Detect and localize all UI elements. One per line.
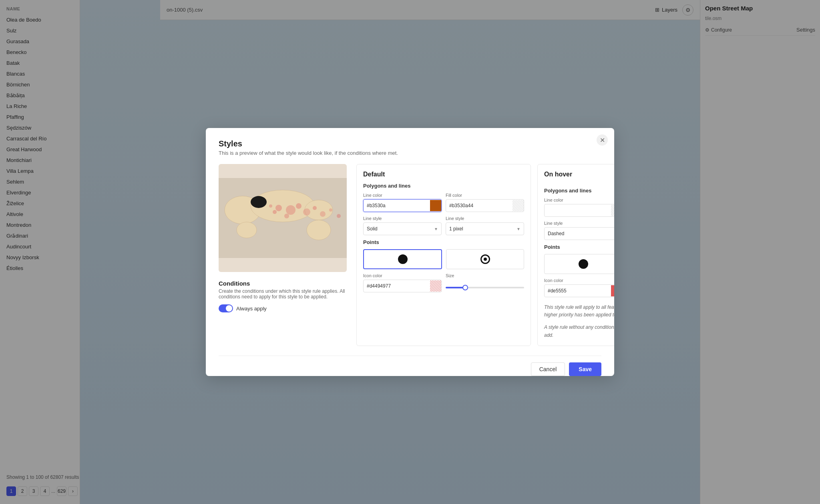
- conditions-description: Create the conditions under which this s…: [219, 288, 347, 300]
- default-line-color-label: Line color: [363, 193, 442, 198]
- default-icon-color-input[interactable]: [363, 280, 442, 292]
- default-slider-track: [446, 287, 524, 288]
- cancel-button[interactable]: Cancel: [531, 362, 565, 376]
- default-points-row: [363, 249, 524, 269]
- default-size-label: Size: [446, 273, 524, 278]
- default-line-style2-group: Line style 1 pixel ▼: [446, 216, 524, 235]
- hover-color-row: Line color Fill color: [544, 198, 614, 217]
- default-fill-color-field[interactable]: [446, 203, 512, 208]
- hover-line-color-group: Line color: [544, 198, 614, 217]
- default-line-style-select[interactable]: Solid ▼: [363, 222, 442, 235]
- default-icon-size-row: Icon color Size: [363, 273, 524, 294]
- svg-point-10: [303, 208, 310, 216]
- hover-points-label: Points: [544, 244, 614, 250]
- default-line-color-input[interactable]: [363, 199, 442, 212]
- hover-line-color-input[interactable]: [544, 204, 614, 217]
- hover-line-color-field[interactable]: [545, 208, 611, 213]
- default-fill-color-input[interactable]: [446, 199, 524, 212]
- hover-line-style-select[interactable]: Dashed ▼: [544, 227, 614, 240]
- default-points-label: Points: [363, 239, 524, 245]
- hover-point-filled-icon: [579, 259, 588, 269]
- default-panel-title: Default: [363, 171, 524, 178]
- svg-point-17: [337, 214, 341, 218]
- default-size-group: Size: [446, 273, 524, 294]
- default-polygons-label: Polygons and lines: [363, 183, 524, 189]
- default-slider-thumb[interactable]: [462, 285, 468, 290]
- modal-description: This is a preview of what the style woul…: [219, 150, 601, 156]
- default-icon-color-group: Icon color: [363, 273, 442, 294]
- svg-point-13: [320, 211, 326, 217]
- map-preview: [219, 164, 347, 272]
- hover-line-style-value: Dashed: [548, 231, 564, 236]
- default-style-panel: Default Polygons and lines Line color: [356, 164, 531, 346]
- point-filled-icon: [398, 254, 408, 264]
- save-button[interactable]: Save: [569, 362, 601, 376]
- default-icon-swatch[interactable]: [430, 280, 441, 292]
- hover-style-panel: On hover Polygons and lines Line color: [537, 164, 614, 346]
- hover-line-style-group: Line style Dashed ▼: [544, 221, 614, 240]
- hover-icon-color-label: Icon color: [544, 278, 614, 283]
- svg-point-8: [286, 205, 295, 215]
- hover-line-color-swatch[interactable]: [611, 205, 614, 216]
- hover-icon-swatch[interactable]: [611, 285, 614, 296]
- default-line-style2-select[interactable]: 1 pixel ▼: [446, 222, 524, 235]
- conditions-title: Conditions: [219, 280, 347, 287]
- default-line-style-group: Line style Solid ▼: [363, 216, 442, 235]
- info-text-2: A style rule without any conditions is u…: [544, 324, 614, 339]
- point-outline-icon: [480, 254, 490, 264]
- hover-polygons-label: Polygons and lines: [544, 188, 614, 194]
- default-line-style-value: Solid: [367, 226, 378, 232]
- svg-point-16: [329, 208, 332, 212]
- hover-panel-title: On hover: [544, 171, 572, 178]
- styles-modal: ✕ Styles This is a preview of what the s…: [206, 128, 614, 376]
- svg-point-14: [273, 210, 277, 214]
- hover-point-filled[interactable]: [544, 254, 614, 274]
- always-apply-toggle[interactable]: [219, 304, 233, 312]
- conditions-section: Conditions Create the conditions under w…: [219, 280, 347, 312]
- hover-icon-size-row: Icon color Size: [544, 278, 614, 299]
- default-fill-color-label: Fill color: [446, 193, 524, 198]
- hover-icon-color-group: Icon color: [544, 278, 614, 299]
- modal-overlay: ✕ Styles This is a preview of what the s…: [0, 0, 820, 504]
- modal-close-button[interactable]: ✕: [597, 134, 608, 146]
- modal-left-panel: Conditions Create the conditions under w…: [219, 164, 347, 346]
- always-apply-row: Always apply: [219, 304, 347, 312]
- toggle-knob: [226, 305, 232, 312]
- hover-icon-color-input[interactable]: [544, 284, 614, 297]
- chevron-down-icon: ▼: [434, 227, 438, 231]
- svg-point-4: [237, 222, 257, 238]
- hover-panel-header: On hover: [544, 171, 614, 183]
- modal-title: Styles: [219, 139, 601, 148]
- default-point-filled[interactable]: [363, 249, 442, 269]
- svg-point-11: [284, 214, 289, 218]
- svg-point-7: [275, 205, 282, 211]
- default-point-outline[interactable]: [446, 249, 524, 269]
- default-color-row: Line color Fill color: [363, 193, 524, 212]
- default-line-style-label: Line style: [363, 216, 442, 221]
- default-icon-color-field[interactable]: [364, 283, 430, 289]
- chevron-down-icon-2: ▼: [517, 227, 521, 231]
- hover-icon-color-field[interactable]: [545, 288, 611, 294]
- modal-body: Conditions Create the conditions under w…: [219, 164, 601, 346]
- point-outline-inner: [484, 258, 487, 261]
- svg-point-12: [313, 206, 317, 210]
- default-line-color-swatch[interactable]: [430, 200, 441, 211]
- default-line-color-field[interactable]: [364, 203, 430, 208]
- default-icon-color-label: Icon color: [363, 273, 442, 278]
- hover-points-row: [544, 254, 614, 274]
- default-fill-color-swatch[interactable]: [512, 200, 524, 211]
- svg-point-6: [251, 196, 267, 208]
- default-fill-color-group: Fill color: [446, 193, 524, 212]
- default-size-slider[interactable]: [446, 281, 524, 294]
- svg-point-15: [269, 204, 272, 208]
- default-line-style2-value: 1 pixel: [449, 226, 463, 232]
- default-line-style2-label: Line style: [446, 216, 524, 221]
- svg-point-5: [307, 220, 331, 240]
- modal-footer: Cancel Save: [219, 356, 601, 376]
- hover-line-color-label: Line color: [544, 198, 614, 202]
- modal-right-panels: Default Polygons and lines Line color: [356, 164, 614, 346]
- default-line-style-row: Line style Solid ▼ Line style 1 pixel ▼: [363, 216, 524, 235]
- always-apply-label: Always apply: [236, 306, 267, 312]
- info-text-1: This style rule will apply to all featur…: [544, 304, 614, 319]
- default-line-color-group: Line color: [363, 193, 442, 212]
